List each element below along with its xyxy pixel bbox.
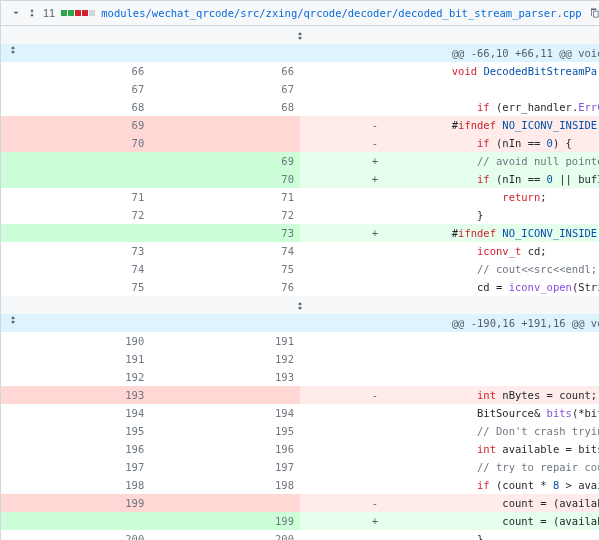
expand-icon[interactable] xyxy=(27,8,37,18)
line-number-old[interactable] xyxy=(1,224,151,242)
line-number-old[interactable]: 199 xyxy=(1,494,151,512)
diff-sign xyxy=(300,404,450,422)
code-line: ErrorHandler& err_handler) { xyxy=(450,80,600,98)
diff-stat-count: 11 xyxy=(43,7,55,19)
line-number-old[interactable]: 75 xyxy=(1,278,151,296)
diff-sign xyxy=(300,206,450,224)
diff-sign xyxy=(300,242,450,260)
diff-row: @@ -190,16 +191,16 @@ void DecodedBitStr… xyxy=(1,314,600,332)
code-line: ErrorHandler& err_handler) { xyxy=(450,368,600,386)
line-number-old[interactable] xyxy=(1,170,151,188)
line-number-new[interactable]: 193 xyxy=(150,368,300,386)
line-number-new[interactable]: 76 xyxy=(150,278,300,296)
code-line: cd = iconv_open(StringUtils::UTF8, src); xyxy=(450,278,600,296)
line-number-new[interactable]: 195 xyxy=(150,422,300,440)
file-path-link[interactable]: modules/wechat_qrcode/src/zxing/qrcode/d… xyxy=(101,7,581,19)
line-number-new[interactable] xyxy=(150,116,300,134)
line-number-old[interactable] xyxy=(1,512,151,530)
diff-row: @@ -66,10 +66,11 @@ void DecodedBitStrea… xyxy=(1,44,600,62)
line-number-new[interactable]: 66 xyxy=(150,62,300,80)
line-number-old[interactable]: 74 xyxy=(1,260,151,278)
diff-row: 195195 // Don't crash trying to read mor… xyxy=(1,422,600,440)
line-number-new[interactable]: 68 xyxy=(150,98,300,116)
line-number-new[interactable]: 198 xyxy=(150,476,300,494)
code-line: return; xyxy=(450,188,600,206)
diff-sign xyxy=(300,476,450,494)
code-line: #ifndef NO_ICONV_INSIDE xyxy=(450,224,600,242)
line-number-old[interactable]: 191 xyxy=(1,350,151,368)
line-number-old[interactable]: 198 xyxy=(1,476,151,494)
code-line: count = (available + 7) / 8; xyxy=(450,512,600,530)
line-number-old[interactable] xyxy=(1,152,151,170)
chevron-down-icon[interactable] xyxy=(11,8,21,18)
diff-sign xyxy=(300,440,450,458)
line-number-old[interactable]: 72 xyxy=(1,206,151,224)
line-number-new[interactable]: 196 xyxy=(150,440,300,458)
line-number-old[interactable]: 68 xyxy=(1,98,151,116)
line-number-new[interactable]: 192 xyxy=(150,350,300,368)
expand-hunk-button[interactable] xyxy=(1,26,600,45)
hunk-header: @@ -190,16 +191,16 @@ void DecodedBitStr… xyxy=(450,314,600,332)
line-number-old[interactable]: 197 xyxy=(1,458,151,476)
diff-row: 198198 if (count * 8 > available) { xyxy=(1,476,600,494)
expand-hunk-button[interactable] xyxy=(1,314,301,332)
diff-sign xyxy=(300,188,450,206)
expand-hunk-button[interactable] xyxy=(1,296,600,314)
line-number-old[interactable]: 196 xyxy=(1,440,151,458)
line-number-new[interactable]: 69 xyxy=(150,152,300,170)
diff-sign xyxy=(300,80,450,98)
diff-sign xyxy=(300,260,450,278)
line-number-old[interactable]: 195 xyxy=(1,422,151,440)
line-number-new[interactable]: 67 xyxy=(150,80,300,98)
line-number-old[interactable]: 200 xyxy=(1,530,151,540)
diff-sign: + xyxy=(300,152,450,170)
line-number-old[interactable]: 71 xyxy=(1,188,151,206)
diff-row: 69+ // avoid null pointer exception xyxy=(1,152,600,170)
line-number-old[interactable]: 69 xyxy=(1,116,151,134)
code-line: // avoid null pointer exception xyxy=(450,152,600,170)
line-number-new[interactable]: 72 xyxy=(150,206,300,224)
line-number-new[interactable]: 74 xyxy=(150,242,300,260)
expand-hunk-button[interactable] xyxy=(1,44,301,62)
line-number-new[interactable]: 191 xyxy=(150,332,300,350)
diff-sign: - xyxy=(300,116,450,134)
diff-row: 192193 ErrorHandler& err_handler) { xyxy=(1,368,600,386)
diff-row: 196196 int available = bits.available(); xyxy=(1,440,600,458)
line-number-new[interactable]: 199 xyxy=(150,512,300,530)
line-number-old[interactable]: 190 xyxy=(1,332,151,350)
line-number-new[interactable] xyxy=(150,134,300,152)
diff-sign xyxy=(300,278,450,296)
line-number-new[interactable]: 70 xyxy=(150,170,300,188)
diff-sign xyxy=(300,332,450,350)
diff-sign xyxy=(300,350,450,368)
line-number-new[interactable] xyxy=(150,386,300,404)
line-number-old[interactable]: 70 xyxy=(1,134,151,152)
code-line: BitSource& bits(*bits_); xyxy=(450,404,600,422)
code-line: int available = bits.available(); xyxy=(450,440,600,458)
line-number-old[interactable]: 194 xyxy=(1,404,151,422)
line-number-old[interactable]: 67 xyxy=(1,80,151,98)
line-number-new[interactable] xyxy=(150,494,300,512)
line-number-old[interactable]: 66 xyxy=(1,62,151,80)
code-line: count = (available + 7 / 8); xyxy=(450,494,600,512)
diff-sign xyxy=(300,530,450,540)
diff-row: 191192 ArrayRef<ArrayRef<char> >& byteSe… xyxy=(1,350,600,368)
copy-path-icon[interactable] xyxy=(588,7,600,19)
diff-sign: + xyxy=(300,224,450,242)
line-number-new[interactable]: 75 xyxy=(150,260,300,278)
line-number-old[interactable]: 73 xyxy=(1,242,151,260)
code-line: // Don't crash trying to read more bits … xyxy=(450,422,600,440)
line-number-old[interactable]: 193 xyxy=(1,386,151,404)
line-number-new[interactable]: 73 xyxy=(150,224,300,242)
line-number-new[interactable]: 71 xyxy=(150,188,300,206)
line-number-old[interactable]: 192 xyxy=(1,368,151,386)
diff-file-header: 11 modules/wechat_qrcode/src/zxing/qrcod… xyxy=(0,0,600,25)
line-number-new[interactable]: 197 xyxy=(150,458,300,476)
line-number-new[interactable]: 200 xyxy=(150,530,300,540)
line-number-new[interactable]: 194 xyxy=(150,404,300,422)
diff-row: 7171 return; xyxy=(1,188,600,206)
diff-row: 193- int nBytes = count; xyxy=(1,386,600,404)
diff-row: 6868 if (err_handler.ErrCode()) return; xyxy=(1,98,600,116)
diff-sign: - xyxy=(300,494,450,512)
diff-sign xyxy=(300,422,450,440)
